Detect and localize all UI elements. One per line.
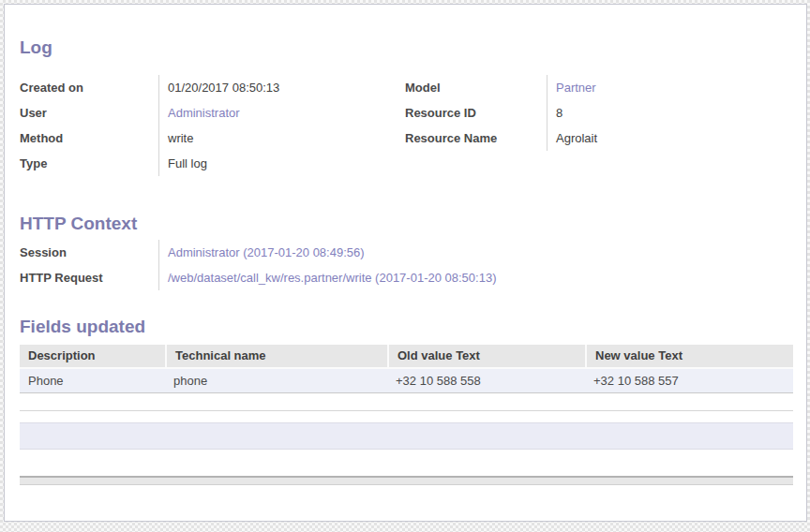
row-technical-name-cell: phone bbox=[165, 369, 387, 392]
type-value: Full log bbox=[168, 156, 207, 170]
field-row-created-on: Created on 01/20/2017 08:50:13 bbox=[20, 75, 405, 100]
field-row-session: Session Administrator (2017-01-20 08:49:… bbox=[20, 240, 793, 265]
column-header-old-value-text[interactable]: Old value Text bbox=[387, 345, 585, 367]
column-header-technical-name[interactable]: Technical name bbox=[165, 345, 387, 367]
section-title-http-context: HTTP Context bbox=[20, 214, 793, 234]
created-on-label: Created on bbox=[20, 81, 158, 95]
field-row-resource-name: Resource Name Agrolait bbox=[405, 126, 793, 151]
method-value: write bbox=[168, 131, 193, 145]
created-on-value: 01/20/2017 08:50:13 bbox=[168, 81, 279, 95]
row-old-value-cell: +32 10 588 558 bbox=[387, 369, 585, 392]
table-row[interactable]: Phone phone +32 10 588 558 +32 10 588 55… bbox=[20, 369, 793, 393]
http-request-link[interactable]: /web/dataset/call_kw/res.partner/write (… bbox=[168, 271, 496, 285]
http-context-fields-group: Session Administrator (2017-01-20 08:49:… bbox=[20, 240, 793, 290]
table-empty-area bbox=[20, 393, 793, 411]
method-label: Method bbox=[20, 131, 158, 145]
resource-name-label: Resource Name bbox=[405, 131, 547, 145]
page-background: { "log_section": { "title": "Log", "fiel… bbox=[0, 0, 810, 532]
field-row-user: User Administrator bbox=[20, 100, 405, 126]
resource-id-value: 8 bbox=[556, 106, 562, 120]
field-row-type: Type Full log bbox=[20, 151, 405, 176]
log-fields-right-column: Model Partner Resource ID 8 Resource Nam… bbox=[405, 75, 793, 176]
http-request-label: HTTP Request bbox=[20, 271, 158, 285]
user-label: User bbox=[20, 106, 158, 120]
log-fields-group: Created on 01/20/2017 08:50:13 User Admi… bbox=[20, 75, 793, 176]
model-link[interactable]: Partner bbox=[556, 81, 596, 95]
field-row-http-request: HTTP Request /web/dataset/call_kw/res.pa… bbox=[20, 265, 793, 290]
row-description-cell: Phone bbox=[20, 369, 165, 392]
column-header-description[interactable]: Description bbox=[20, 345, 165, 367]
field-row-method: Method write bbox=[20, 126, 405, 151]
session-label: Session bbox=[20, 245, 158, 259]
resource-id-label: Resource ID bbox=[405, 106, 547, 120]
user-link[interactable]: Administrator bbox=[168, 106, 240, 120]
section-title-fields-updated: Fields updated bbox=[20, 317, 793, 337]
fields-updated-table: Description Technical name Old value Tex… bbox=[20, 345, 793, 411]
model-label: Model bbox=[405, 81, 547, 95]
row-new-value-cell: +32 10 588 557 bbox=[585, 369, 793, 392]
log-form-sheet: Log Created on 01/20/2017 08:50:13 User … bbox=[4, 4, 807, 522]
section-title-log: Log bbox=[20, 37, 793, 58]
field-row-resource-id: Resource ID 8 bbox=[405, 100, 793, 126]
empty-list-placeholder bbox=[20, 422, 793, 450]
column-header-new-value-text[interactable]: New value Text bbox=[585, 345, 793, 367]
type-label: Type bbox=[20, 156, 158, 170]
field-row-model: Model Partner bbox=[405, 75, 793, 100]
table-header-row: Description Technical name Old value Tex… bbox=[20, 345, 793, 369]
log-fields-left-column: Created on 01/20/2017 08:50:13 User Admi… bbox=[20, 75, 405, 176]
session-link[interactable]: Administrator (2017-01-20 08:49:56) bbox=[168, 245, 365, 259]
resource-name-value: Agrolait bbox=[556, 131, 597, 145]
horizontal-scrollbar[interactable] bbox=[20, 476, 793, 485]
